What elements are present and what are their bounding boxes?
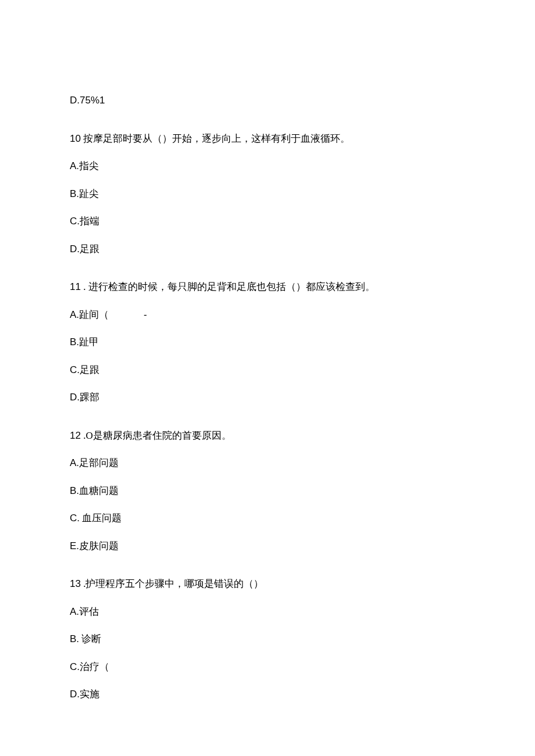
- q12-option-b-text: 血糖问题: [79, 485, 119, 496]
- q10-option-a: A.指尖: [70, 159, 465, 174]
- q13-option-d-label: D.: [70, 689, 80, 700]
- q12-option-a-text: 足部问题: [79, 457, 119, 468]
- q11-text: . 进行检查的时候，每只脚的足背和足底也包括（）都应该检查到。: [81, 281, 375, 292]
- q11-option-a-text: 趾间（: [79, 309, 109, 320]
- q11-option-a-extra: -: [144, 309, 147, 320]
- q10-stem: 10 按摩足部时要从（）开始，逐步向上，这样有利于血液循环。: [70, 131, 465, 146]
- q12-option-c-text: 血压问题: [80, 513, 122, 524]
- q13-option-a: A.评估: [70, 604, 465, 619]
- q11-option-a: A.趾间（-: [70, 307, 465, 323]
- q12-option-e: E.皮肤问题: [70, 539, 465, 554]
- q12-option-a-label: A.: [70, 457, 79, 468]
- q10-option-d: D.足跟: [70, 242, 465, 257]
- q10-option-c: C.指端: [70, 214, 465, 229]
- q11-option-d-label: D.: [70, 392, 80, 403]
- q11-option-b: B.趾甲: [70, 335, 465, 350]
- q12-option-b: B.血糖问题: [70, 483, 465, 499]
- q13-option-c-label: C.: [70, 661, 80, 672]
- document-page: D.75%1 10 按摩足部时要从（）开始，逐步向上，这样有利于血液循环。 A.…: [0, 0, 535, 750]
- q12-option-e-text: 皮肤问题: [79, 540, 119, 551]
- q10-option-b-label: B.: [70, 188, 79, 199]
- q11-option-b-text: 趾甲: [79, 336, 99, 347]
- q9-option-d-text: D.75%1: [70, 95, 105, 106]
- q11-option-c: C.足跟: [70, 363, 465, 378]
- q13-option-d: D.实施: [70, 687, 465, 702]
- q11-stem: 11 . 进行检查的时候，每只脚的足背和足底也包括（）都应该检查到。: [70, 280, 465, 295]
- q10-number: 10: [70, 133, 81, 144]
- q12-option-a: A.足部问题: [70, 456, 465, 471]
- q12-stem: 12 .O是糖尿病患者住院的首要原因。: [70, 428, 465, 443]
- q10-option-b-text: 趾尖: [79, 188, 99, 199]
- q12-option-e-label: E.: [70, 540, 79, 551]
- q13-number: 13: [70, 578, 81, 589]
- q13-option-a-label: A.: [70, 606, 79, 617]
- q10-text: 按摩足部时要从（）开始，逐步向上，这样有利于血液循环。: [81, 133, 350, 144]
- q13-option-c: C.治疗（: [70, 660, 465, 675]
- q11-option-b-label: B.: [70, 336, 79, 347]
- q10-option-a-label: A.: [70, 160, 79, 171]
- q12-number: 12: [70, 430, 81, 441]
- q13-option-c-text: 治疗（: [80, 661, 109, 672]
- q12-option-c: C. 血压问题: [70, 511, 465, 526]
- q12-text: .O是糖尿病患者住院的首要原因。: [81, 430, 231, 441]
- q13-stem: 13 .护理程序五个步骤中，哪项是错误的（）: [70, 576, 465, 592]
- q13-option-a-text: 评估: [79, 606, 99, 617]
- q11-number: 11: [70, 281, 81, 292]
- q12-option-c-label: C.: [70, 513, 80, 524]
- q11-option-d-text: 踝部: [80, 392, 99, 403]
- q10-option-a-text: 指尖: [79, 160, 99, 171]
- q9-option-d: D.75%1: [70, 93, 465, 108]
- q10-option-d-label: D.: [70, 243, 80, 255]
- q10-option-c-label: C.: [70, 216, 80, 227]
- q13-option-b-label: B.: [70, 633, 79, 644]
- q13-option-b: B. 诊断: [70, 632, 465, 647]
- q10-option-c-text: 指端: [80, 216, 99, 227]
- q10-option-b: B.趾尖: [70, 187, 465, 202]
- q13-text: .护理程序五个步骤中，哪项是错误的（）: [81, 578, 264, 589]
- q11-option-a-label: A.: [70, 309, 79, 320]
- q11-option-d: D.踝部: [70, 390, 465, 405]
- q13-option-d-text: 实施: [80, 689, 99, 700]
- q13-option-b-text: 诊断: [79, 633, 101, 644]
- q11-option-c-label: C.: [70, 364, 80, 375]
- q10-option-d-text: 足跟: [80, 243, 99, 255]
- q12-option-b-label: B.: [70, 485, 79, 496]
- q11-option-c-text: 足跟: [80, 364, 99, 375]
